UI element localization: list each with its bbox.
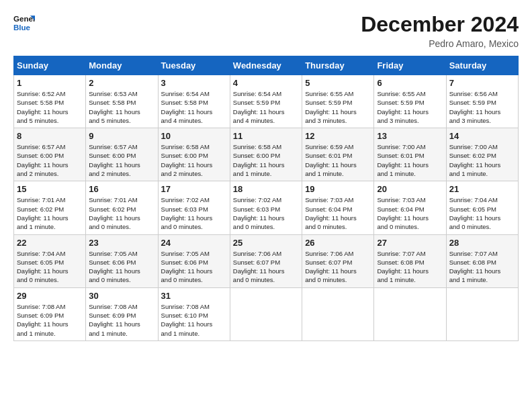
cell-content: Sunrise: 6:57 AMSunset: 6:00 PMDaylight:… <box>89 142 154 178</box>
week-row-3: 15Sunrise: 7:01 AMSunset: 6:02 PMDayligh… <box>14 181 519 234</box>
cell-content: Sunrise: 7:08 AMSunset: 6:10 PMDaylight:… <box>161 302 227 338</box>
day-number: 11 <box>233 131 299 141</box>
cell-content: Sunrise: 6:57 AMSunset: 6:00 PMDaylight:… <box>17 142 83 178</box>
cell-content: Sunrise: 7:07 AMSunset: 6:08 PMDaylight:… <box>377 249 443 285</box>
cell-content: Sunrise: 7:06 AMSunset: 6:07 PMDaylight:… <box>233 249 299 285</box>
day-number: 2 <box>89 78 154 88</box>
day-number: 22 <box>17 238 83 248</box>
calendar-cell: 21Sunrise: 7:04 AMSunset: 6:05 PMDayligh… <box>446 181 518 234</box>
day-number: 26 <box>305 238 371 248</box>
cell-content: Sunrise: 7:03 AMSunset: 6:04 PMDaylight:… <box>305 195 371 231</box>
header: General Blue December 2024 Pedro Amaro, … <box>13 12 519 49</box>
calendar-cell: 12Sunrise: 6:59 AMSunset: 6:01 PMDayligh… <box>302 128 374 181</box>
calendar-cell: 20Sunrise: 7:03 AMSunset: 6:04 PMDayligh… <box>374 181 446 234</box>
cell-content: Sunrise: 7:04 AMSunset: 6:05 PMDaylight:… <box>17 249 83 285</box>
calendar-cell: 11Sunrise: 6:58 AMSunset: 6:00 PMDayligh… <box>230 128 302 181</box>
calendar-cell <box>302 287 374 340</box>
day-number: 31 <box>161 291 227 301</box>
day-number: 9 <box>89 131 154 141</box>
cell-content: Sunrise: 6:59 AMSunset: 6:01 PMDaylight:… <box>305 142 371 178</box>
calendar-cell: 23Sunrise: 7:05 AMSunset: 6:06 PMDayligh… <box>86 234 158 287</box>
cell-content: Sunrise: 6:56 AMSunset: 5:59 PMDaylight:… <box>449 89 515 125</box>
calendar-cell: 15Sunrise: 7:01 AMSunset: 6:02 PMDayligh… <box>14 181 86 234</box>
cell-content: Sunrise: 6:54 AMSunset: 5:58 PMDaylight:… <box>161 89 227 125</box>
day-header-sunday: Sunday <box>14 56 86 75</box>
logo: General Blue <box>13 12 35 34</box>
day-number: 17 <box>161 184 227 194</box>
week-row-1: 1Sunrise: 6:52 AMSunset: 5:58 PMDaylight… <box>14 75 519 128</box>
day-number: 24 <box>161 238 227 248</box>
cell-content: Sunrise: 7:02 AMSunset: 6:03 PMDaylight:… <box>233 195 299 231</box>
day-number: 16 <box>89 184 154 194</box>
day-number: 19 <box>305 184 371 194</box>
cell-content: Sunrise: 6:55 AMSunset: 5:59 PMDaylight:… <box>377 89 443 125</box>
calendar-cell: 4Sunrise: 6:54 AMSunset: 5:59 PMDaylight… <box>230 75 302 128</box>
calendar-cell: 16Sunrise: 7:01 AMSunset: 6:02 PMDayligh… <box>86 181 158 234</box>
day-number: 15 <box>17 184 83 194</box>
cell-content: Sunrise: 7:02 AMSunset: 6:03 PMDaylight:… <box>161 195 227 231</box>
calendar-cell: 28Sunrise: 7:07 AMSunset: 6:08 PMDayligh… <box>446 234 518 287</box>
day-number: 21 <box>449 184 515 194</box>
day-number: 18 <box>233 184 299 194</box>
cell-content: Sunrise: 7:01 AMSunset: 6:02 PMDaylight:… <box>89 195 154 231</box>
week-row-4: 22Sunrise: 7:04 AMSunset: 6:05 PMDayligh… <box>14 234 519 287</box>
calendar-cell: 7Sunrise: 6:56 AMSunset: 5:59 PMDaylight… <box>446 75 518 128</box>
calendar-cell: 18Sunrise: 7:02 AMSunset: 6:03 PMDayligh… <box>230 181 302 234</box>
calendar-cell: 22Sunrise: 7:04 AMSunset: 6:05 PMDayligh… <box>14 234 86 287</box>
cell-content: Sunrise: 7:07 AMSunset: 6:08 PMDaylight:… <box>449 249 515 285</box>
cell-content: Sunrise: 6:54 AMSunset: 5:59 PMDaylight:… <box>233 89 299 125</box>
day-number: 12 <box>305 131 371 141</box>
location-title: Pedro Amaro, Mexico <box>361 38 519 49</box>
calendar-cell: 31Sunrise: 7:08 AMSunset: 6:10 PMDayligh… <box>158 287 230 340</box>
cell-content: Sunrise: 7:04 AMSunset: 6:05 PMDaylight:… <box>449 195 515 231</box>
calendar-cell: 1Sunrise: 6:52 AMSunset: 5:58 PMDaylight… <box>14 75 86 128</box>
calendar-cell: 30Sunrise: 7:08 AMSunset: 6:09 PMDayligh… <box>86 287 158 340</box>
calendar-cell: 9Sunrise: 6:57 AMSunset: 6:00 PMDaylight… <box>86 128 158 181</box>
calendar-cell: 26Sunrise: 7:06 AMSunset: 6:07 PMDayligh… <box>302 234 374 287</box>
calendar-cell: 5Sunrise: 6:55 AMSunset: 5:59 PMDaylight… <box>302 75 374 128</box>
page: General Blue December 2024 Pedro Amaro, … <box>0 0 532 411</box>
day-number: 25 <box>233 238 299 248</box>
calendar-cell: 29Sunrise: 7:08 AMSunset: 6:09 PMDayligh… <box>14 287 86 340</box>
cell-content: Sunrise: 6:58 AMSunset: 6:00 PMDaylight:… <box>161 142 227 178</box>
cell-content: Sunrise: 7:00 AMSunset: 6:02 PMDaylight:… <box>449 142 515 178</box>
day-number: 6 <box>377 78 443 88</box>
day-number: 23 <box>89 238 154 248</box>
calendar-cell: 13Sunrise: 7:00 AMSunset: 6:01 PMDayligh… <box>374 128 446 181</box>
week-row-2: 8Sunrise: 6:57 AMSunset: 6:00 PMDaylight… <box>14 128 519 181</box>
week-row-5: 29Sunrise: 7:08 AMSunset: 6:09 PMDayligh… <box>14 287 519 340</box>
cell-content: Sunrise: 7:01 AMSunset: 6:02 PMDaylight:… <box>17 195 83 231</box>
day-number: 29 <box>17 291 83 301</box>
cell-content: Sunrise: 6:58 AMSunset: 6:00 PMDaylight:… <box>233 142 299 178</box>
cell-content: Sunrise: 7:05 AMSunset: 6:06 PMDaylight:… <box>89 249 154 285</box>
cell-content: Sunrise: 7:05 AMSunset: 6:06 PMDaylight:… <box>161 249 227 285</box>
cell-content: Sunrise: 6:55 AMSunset: 5:59 PMDaylight:… <box>305 89 371 125</box>
calendar-cell: 27Sunrise: 7:07 AMSunset: 6:08 PMDayligh… <box>374 234 446 287</box>
cell-content: Sunrise: 7:03 AMSunset: 6:04 PMDaylight:… <box>377 195 443 231</box>
calendar-cell <box>446 287 518 340</box>
day-number: 8 <box>17 131 83 141</box>
title-block: December 2024 Pedro Amaro, Mexico <box>361 12 519 49</box>
calendar-table: SundayMondayTuesdayWednesdayThursdayFrid… <box>13 56 519 341</box>
day-number: 14 <box>449 131 515 141</box>
day-header-tuesday: Tuesday <box>158 56 230 75</box>
day-number: 20 <box>377 184 443 194</box>
cell-content: Sunrise: 6:52 AMSunset: 5:58 PMDaylight:… <box>17 89 83 125</box>
cell-content: Sunrise: 7:08 AMSunset: 6:09 PMDaylight:… <box>89 302 154 338</box>
day-number: 27 <box>377 238 443 248</box>
calendar-cell: 19Sunrise: 7:03 AMSunset: 6:04 PMDayligh… <box>302 181 374 234</box>
calendar-cell: 10Sunrise: 6:58 AMSunset: 6:00 PMDayligh… <box>158 128 230 181</box>
day-header-saturday: Saturday <box>446 56 518 75</box>
day-header-monday: Monday <box>86 56 158 75</box>
calendar-cell: 2Sunrise: 6:53 AMSunset: 5:58 PMDaylight… <box>86 75 158 128</box>
day-number: 7 <box>449 78 515 88</box>
day-number: 3 <box>161 78 227 88</box>
logo-icon: General Blue <box>13 12 35 34</box>
day-header-friday: Friday <box>374 56 446 75</box>
cell-content: Sunrise: 7:00 AMSunset: 6:01 PMDaylight:… <box>377 142 443 178</box>
calendar-cell: 17Sunrise: 7:02 AMSunset: 6:03 PMDayligh… <box>158 181 230 234</box>
calendar-cell: 6Sunrise: 6:55 AMSunset: 5:59 PMDaylight… <box>374 75 446 128</box>
calendar-cell: 14Sunrise: 7:00 AMSunset: 6:02 PMDayligh… <box>446 128 518 181</box>
day-header-thursday: Thursday <box>302 56 374 75</box>
cell-content: Sunrise: 6:53 AMSunset: 5:58 PMDaylight:… <box>89 89 154 125</box>
